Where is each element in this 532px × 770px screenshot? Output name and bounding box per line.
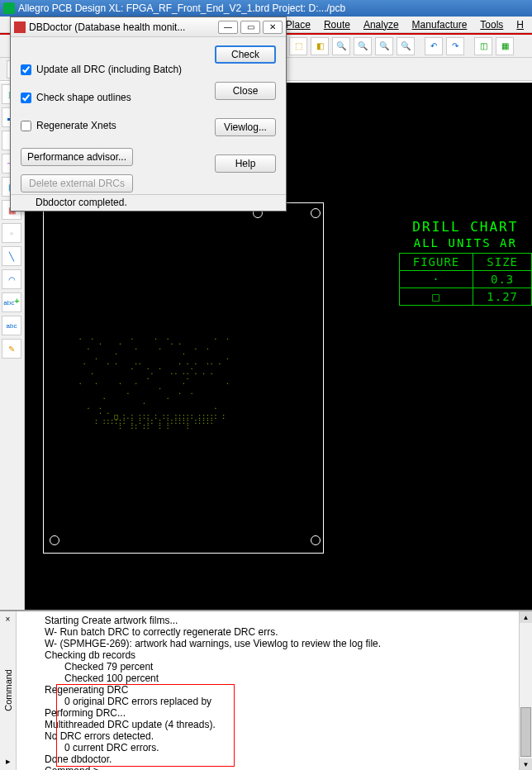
menu-analyze[interactable]: Analyze <box>359 19 404 31</box>
menu-manufacture[interactable]: Manufacture <box>407 19 473 31</box>
dialog-icon <box>14 21 26 33</box>
drill-cell: 0.3 <box>473 271 532 288</box>
vtool-arc-icon[interactable]: ◠ <box>2 269 21 289</box>
minimize-button[interactable]: — <box>218 21 238 34</box>
vtool-margin-icon[interactable]: ▫ <box>2 223 21 243</box>
regen-xnets-checkbox[interactable] <box>21 121 31 131</box>
tool-layer-icon[interactable]: ◫ <box>474 37 492 55</box>
log-line: W- Run batch DRC to correctly regenerate… <box>18 626 517 638</box>
close-panel-icon[interactable]: × <box>6 615 11 624</box>
tool-zoom-prev-icon[interactable]: 🔍 <box>375 37 393 55</box>
menu-route[interactable]: Route <box>319 19 355 31</box>
log-line: 0 original DRC errors replaced by <box>18 696 517 707</box>
log-line: Regenerating DRC <box>18 684 517 696</box>
check-button[interactable]: Check <box>215 45 276 64</box>
log-line: No DRC errors detected. <box>18 730 517 742</box>
log-line: Performing DRC... <box>18 707 517 719</box>
drill-cell: □ <box>399 288 473 306</box>
log-line: Checking db records <box>18 649 517 661</box>
check-shape-checkbox[interactable] <box>21 93 31 103</box>
close-x-button[interactable]: ✕ <box>263 21 283 34</box>
command-prompt[interactable]: Command > <box>18 765 517 770</box>
drill-header-figure: FIGURE <box>399 254 473 271</box>
pcb-components: . . . . . . . . . . . . . . . . . . . . … <box>74 330 230 435</box>
tool-grid-icon[interactable]: ▦ <box>496 37 514 55</box>
tool-zoom-out-icon[interactable]: 🔍 <box>354 37 372 55</box>
command-panel-label: Command <box>3 669 13 711</box>
main-titlebar: Allegro PCB Design XL: FPGA_RF_Front_End… <box>0 0 532 17</box>
log-line: Done dbdoctor. <box>18 753 517 765</box>
drill-table: FIGURESIZE ·0.3 □1.27 <box>399 253 532 306</box>
maximize-button[interactable]: ▭ <box>240 21 260 34</box>
menu-tools[interactable]: Tools <box>475 19 508 31</box>
drill-cell: · <box>399 271 473 288</box>
log-line: Multithreaded DRC update (4 threads). <box>18 719 517 730</box>
panel-grip-icon[interactable]: ▸ <box>6 756 11 767</box>
tool-zoom-win-icon[interactable]: ◧ <box>311 37 329 55</box>
command-panel-handle[interactable]: × Command ▸ <box>0 611 17 770</box>
command-panel: × Command ▸ Starting Create artwork film… <box>0 610 532 770</box>
menu-help[interactable]: H <box>511 19 529 31</box>
log-line: Starting Create artwork films... <box>18 615 517 626</box>
check-shape-label: Check shape outlines <box>36 92 131 103</box>
performance-advisor-button[interactable]: Performance advisor... <box>21 148 133 166</box>
update-drc-label: Update all DRC (including Batch) <box>36 64 182 75</box>
app-icon <box>3 2 15 14</box>
drill-header-size: SIZE <box>473 254 532 271</box>
vtool-text-add-icon[interactable]: abc+ <box>2 292 21 312</box>
command-output[interactable]: Starting Create artwork films... W- Run … <box>17 611 519 770</box>
dialog-titlebar[interactable]: DBDoctor (Database health monit... — ▭ ✕ <box>11 17 286 37</box>
close-button[interactable]: Close <box>215 82 276 100</box>
fiducial-icon <box>311 535 321 545</box>
scroll-thumb[interactable] <box>520 707 531 757</box>
dialog-status: Dbdoctor completed. <box>11 194 286 211</box>
delete-external-drcs-button[interactable]: Delete external DRCs <box>21 174 133 192</box>
log-line: 0 current DRC errors. <box>18 742 517 753</box>
dialog-title-text: DBDoctor (Database health monit... <box>29 21 216 33</box>
tool-undo-icon[interactable]: ↶ <box>425 37 443 55</box>
tool-redo-icon[interactable]: ↷ <box>446 37 464 55</box>
dbdoctor-dialog: DBDoctor (Database health monit... — ▭ ✕… <box>10 17 287 212</box>
scroll-down-icon[interactable]: ▼ <box>520 758 532 770</box>
scroll-up-icon[interactable]: ▲ <box>520 611 532 623</box>
help-button[interactable]: Help <box>215 154 276 173</box>
log-line: Checked 100 percent <box>18 673 517 684</box>
tool-zoom-in-icon[interactable]: 🔍 <box>332 37 350 55</box>
drill-title: DRILL CHART <box>399 219 532 235</box>
fiducial-icon <box>50 535 59 545</box>
drill-chart: DRILL CHART ALL UNITS AR FIGURESIZE ·0.3… <box>399 219 532 306</box>
log-line: W- (SPMHGE-269): artwork had warnings, u… <box>18 638 517 649</box>
update-drc-checkbox[interactable] <box>21 64 31 75</box>
regen-xnets-label: Regenerate Xnets <box>36 120 116 131</box>
viewlog-button[interactable]: Viewlog... <box>215 118 276 136</box>
drill-subtitle: ALL UNITS AR <box>399 236 532 250</box>
fiducial-icon <box>311 208 321 218</box>
tool-zoom-fit-icon[interactable]: ⬚ <box>289 37 307 55</box>
vtool-text-icon[interactable]: abc <box>2 316 21 335</box>
tool-zoom-sel-icon[interactable]: 🔍 <box>397 37 415 55</box>
title-text: Allegro PCB Design XL: FPGA_RF_Front_End… <box>18 2 345 14</box>
vtool-drawline-icon[interactable]: ╲ <box>2 246 21 266</box>
log-line: Checked 79 percent <box>18 661 517 673</box>
vtool-pencil-icon[interactable]: ✎ <box>2 339 21 359</box>
scrollbar[interactable]: ▲ ▼ <box>519 611 532 770</box>
drill-cell: 1.27 <box>473 288 532 306</box>
